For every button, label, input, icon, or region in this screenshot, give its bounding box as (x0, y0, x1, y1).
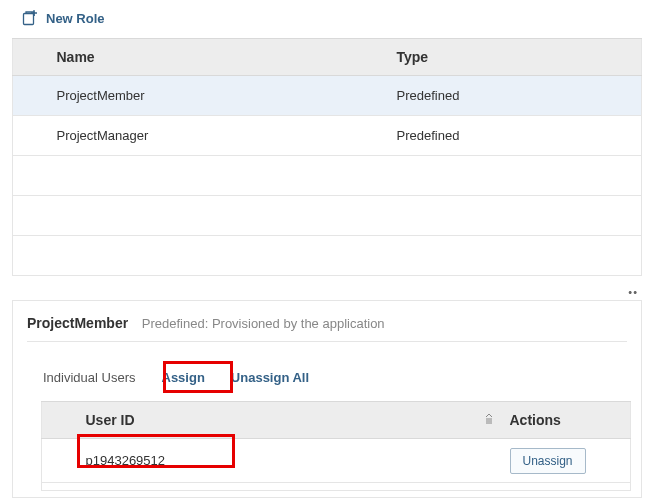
new-role-button[interactable]: New Role (12, 4, 642, 32)
unassign-all-button[interactable]: Unassign All (231, 370, 309, 385)
roles-header-type[interactable]: Type (389, 39, 642, 76)
role-type-cell: Predefined (389, 76, 642, 116)
roles-header-name[interactable]: Name (49, 39, 389, 76)
users-header-spacer (42, 402, 78, 439)
table-row-empty (42, 483, 631, 491)
sort-icon[interactable] (484, 414, 494, 426)
user-actions-cell: Unassign (502, 439, 631, 483)
users-table: User ID Actions p1943269512 Unassign (41, 401, 631, 491)
table-row[interactable]: ProjectMember Predefined (13, 76, 642, 116)
table-row[interactable]: p1943269512 Unassign (42, 439, 631, 483)
roles-header-spacer (13, 39, 49, 76)
role-name-cell: ProjectManager (49, 116, 389, 156)
role-detail-panel: ProjectMember Predefined: Provisioned by… (12, 300, 642, 498)
user-id-cell: p1943269512 (78, 439, 502, 483)
role-name-cell: ProjectMember (49, 76, 389, 116)
unassign-button[interactable]: Unassign (510, 448, 586, 474)
users-header-actions: Actions (502, 402, 631, 439)
detail-header: ProjectMember Predefined: Provisioned by… (27, 315, 627, 342)
table-row-empty (13, 156, 642, 196)
users-header-userid-label: User ID (86, 412, 135, 428)
table-row-empty (13, 236, 642, 276)
more-indicator: •• (12, 286, 642, 296)
user-actions-bar: Individual Users Assign Unassign All (27, 356, 627, 401)
detail-title: ProjectMember (27, 315, 128, 331)
table-row-empty (13, 196, 642, 236)
roles-table: Name Type ProjectMember Predefined Proje… (12, 38, 642, 276)
individual-users-tab[interactable]: Individual Users (43, 370, 136, 385)
new-role-icon (22, 10, 38, 26)
role-type-cell: Predefined (389, 116, 642, 156)
detail-subtitle: Predefined: Provisioned by the applicati… (142, 316, 385, 331)
new-role-label: New Role (46, 11, 105, 26)
table-row[interactable]: ProjectManager Predefined (13, 116, 642, 156)
users-header-userid[interactable]: User ID (78, 402, 502, 439)
assign-button[interactable]: Assign (152, 366, 215, 389)
svg-rect-0 (24, 14, 34, 25)
